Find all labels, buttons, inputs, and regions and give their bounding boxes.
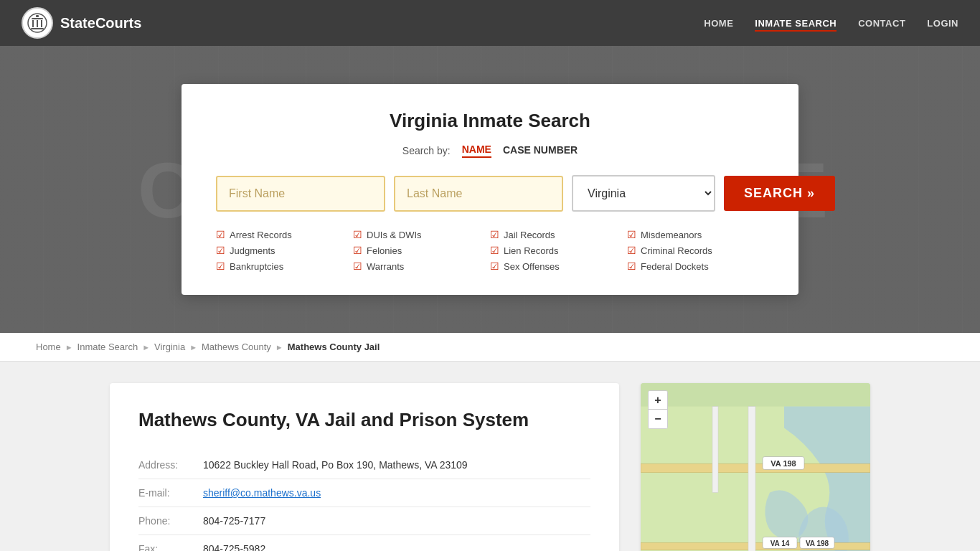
- address-value: 10622 Buckley Hall Road, Po Box 190, Mat…: [203, 451, 590, 479]
- breadcrumb-sep: ►: [65, 343, 73, 352]
- check-label: Arrest Records: [230, 230, 292, 240]
- check-label: DUIs & DWIs: [367, 230, 422, 240]
- check-lien-records: ☑ Lien Records: [490, 245, 627, 256]
- facility-info-card: Mathews County, VA Jail and Prison Syste…: [110, 383, 619, 551]
- breadcrumb-current: Mathews County Jail: [288, 342, 380, 352]
- check-label: Bankruptcies: [230, 261, 283, 272]
- svg-rect-3: [32, 20, 34, 27]
- nav-login[interactable]: LOGIN: [927, 18, 958, 29]
- checkboxes-grid: ☑ Arrest Records ☑ DUIs & DWIs ☑ Jail Re…: [216, 229, 764, 272]
- svg-rect-1: [36, 15, 39, 17]
- fax-row: Fax: 804-725-5982: [138, 535, 590, 552]
- map-placeholder: VA 198 VA 14 VA 198 + −: [641, 383, 870, 551]
- facility-title: Mathews County, VA Jail and Prison Syste…: [138, 409, 590, 431]
- site-logo[interactable]: StateCourts: [22, 7, 141, 39]
- check-warrants: ☑ Warrants: [353, 260, 490, 272]
- search-by-row: Search by: NAME CASE NUMBER: [216, 143, 764, 158]
- check-icon: ☑: [216, 229, 225, 240]
- state-select[interactable]: Virginia Alabama Alaska California Flori…: [572, 175, 715, 212]
- check-icon: ☑: [216, 245, 225, 256]
- nav-contact[interactable]: CONTACT: [858, 18, 905, 29]
- facility-details-table: Address: 10622 Buckley Hall Road, Po Box…: [138, 451, 590, 551]
- check-label: Warrants: [367, 261, 404, 272]
- check-label: Jail Records: [504, 230, 555, 240]
- check-label: Judgments: [230, 245, 275, 256]
- check-bankruptcies: ☑ Bankruptcies: [216, 260, 353, 272]
- search-card: Virginia Inmate Search Search by: NAME C…: [182, 84, 798, 295]
- svg-text:VA 198: VA 198: [771, 459, 796, 468]
- main-content: Mathews County, VA Jail and Prison Syste…: [74, 383, 906, 551]
- check-misdemeanors: ☑ Misdemeanors: [627, 229, 764, 240]
- phone-value: 804-725-7177: [203, 507, 590, 535]
- check-icon: ☑: [353, 260, 362, 272]
- search-by-label: Search by:: [402, 145, 451, 156]
- check-icon: ☑: [627, 260, 636, 272]
- hero-section: COURTHOUSE Virginia Inmate Search Search…: [0, 46, 980, 333]
- first-name-input[interactable]: [216, 176, 385, 212]
- phone-label: Phone:: [138, 507, 203, 535]
- breadcrumb-mathews-county[interactable]: Mathews County: [202, 342, 271, 352]
- check-judgments: ☑ Judgments: [216, 245, 353, 256]
- check-arrest-records: ☑ Arrest Records: [216, 229, 353, 240]
- svg-rect-2: [32, 18, 43, 19]
- check-criminal-records: ☑ Criminal Records: [627, 245, 764, 256]
- last-name-input[interactable]: [394, 176, 563, 212]
- check-label: Criminal Records: [641, 245, 712, 256]
- breadcrumb-virginia[interactable]: Virginia: [154, 342, 185, 352]
- main-nav: HOME INMATE SEARCH CONTACT LOGIN: [704, 17, 958, 29]
- fax-label: Fax:: [138, 535, 203, 552]
- logo-icon: [22, 7, 53, 39]
- map-controls: + −: [648, 390, 668, 429]
- check-sex-offenses: ☑ Sex Offenses: [490, 260, 627, 272]
- check-icon: ☑: [490, 245, 499, 256]
- email-row: E-mail: sheriff@co.mathews.va.us: [138, 479, 590, 507]
- address-row: Address: 10622 Buckley Hall Road, Po Box…: [138, 451, 590, 479]
- breadcrumb: Home ► Inmate Search ► Virginia ► Mathew…: [0, 333, 980, 362]
- breadcrumb-inmate-search[interactable]: Inmate Search: [77, 342, 138, 352]
- check-federal-dockets: ☑ Federal Dockets: [627, 260, 764, 272]
- map-zoom-out[interactable]: −: [649, 410, 667, 428]
- site-header: StateCourts HOME INMATE SEARCH CONTACT L…: [0, 0, 980, 46]
- map-svg: VA 198 VA 14 VA 198: [641, 383, 870, 551]
- email-link[interactable]: sheriff@co.mathews.va.us: [203, 487, 321, 499]
- check-label: Sex Offenses: [504, 261, 560, 272]
- check-jail-records: ☑ Jail Records: [490, 229, 627, 240]
- breadcrumb-home[interactable]: Home: [36, 342, 61, 352]
- svg-rect-4: [37, 20, 38, 27]
- check-label: Felonies: [367, 245, 402, 256]
- email-label: E-mail:: [138, 479, 203, 507]
- tab-name[interactable]: NAME: [462, 143, 491, 158]
- check-label: Misdemeanors: [641, 230, 702, 240]
- breadcrumb-sep: ►: [142, 343, 150, 352]
- svg-rect-12: [712, 407, 718, 493]
- check-icon: ☑: [353, 229, 362, 240]
- check-icon: ☑: [490, 229, 499, 240]
- site-name: StateCourts: [60, 15, 141, 32]
- svg-rect-5: [41, 20, 42, 27]
- address-label: Address:: [138, 451, 203, 479]
- check-icon: ☑: [353, 245, 362, 256]
- nav-home[interactable]: HOME: [704, 18, 733, 29]
- svg-rect-6: [31, 28, 44, 29]
- svg-text:VA 14: VA 14: [771, 540, 790, 547]
- map-container: VA 198 VA 14 VA 198 + −: [641, 383, 870, 551]
- search-inputs-row: Virginia Alabama Alaska California Flori…: [216, 175, 764, 212]
- check-label: Lien Records: [504, 245, 559, 256]
- check-duis: ☑ DUIs & DWIs: [353, 229, 490, 240]
- svg-text:VA 198: VA 198: [806, 540, 829, 547]
- svg-rect-11: [748, 407, 755, 552]
- check-icon: ☑: [490, 260, 499, 272]
- check-icon: ☑: [627, 229, 636, 240]
- map-zoom-in[interactable]: +: [649, 391, 667, 410]
- search-title: Virginia Inmate Search: [216, 110, 764, 132]
- tab-case-number[interactable]: CASE NUMBER: [503, 144, 578, 157]
- breadcrumb-sep: ►: [189, 343, 197, 352]
- check-felonies: ☑ Felonies: [353, 245, 490, 256]
- breadcrumb-sep: ►: [275, 343, 283, 352]
- search-button[interactable]: SEARCH »: [724, 176, 835, 211]
- fax-value: 804-725-5982: [203, 535, 590, 552]
- phone-row: Phone: 804-725-7177: [138, 507, 590, 535]
- check-icon: ☑: [216, 260, 225, 272]
- nav-inmate-search[interactable]: INMATE SEARCH: [755, 18, 837, 32]
- check-icon: ☑: [627, 245, 636, 256]
